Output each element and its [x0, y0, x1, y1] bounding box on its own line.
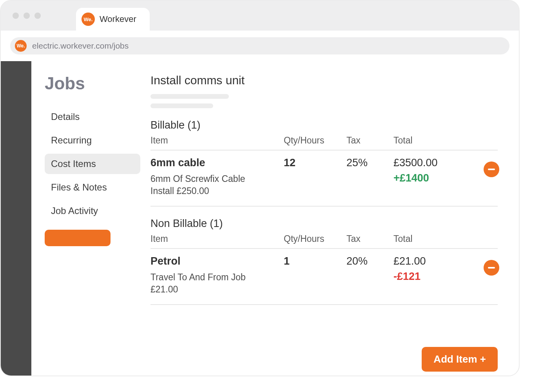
sidebar-action-button[interactable] — [45, 230, 111, 246]
table-header: Item Qty/Hours Tax Total — [150, 135, 498, 151]
add-item-button[interactable]: Add Item + — [422, 347, 498, 372]
item-desc: 6mm Of Screwfix Cable Install £250.00 — [150, 173, 268, 197]
billable-table: Item Qty/Hours Tax Total 6mm cable 6mm O… — [150, 135, 498, 207]
table-header: Item Qty/Hours Tax Total — [150, 234, 498, 249]
sidebar-item-files-notes[interactable]: Files & Notes — [45, 177, 140, 198]
sidebar: Jobs Details Recurring Cost Items Files … — [31, 61, 145, 376]
col-qty: Qty/Hours — [284, 234, 346, 244]
browser-tab-strip: We. Workever — [1, 1, 519, 31]
minus-icon — [488, 267, 495, 269]
col-item: Item — [150, 234, 284, 244]
sidebar-item-details[interactable]: Details — [45, 107, 140, 127]
item-qty: 12 — [284, 157, 346, 169]
col-total: Total — [393, 135, 464, 146]
skeleton-line — [150, 103, 213, 108]
sidebar-item-job-activity[interactable]: Job Activity — [45, 201, 140, 221]
item-total: £21.00 — [393, 255, 464, 267]
job-title: Install comms unit — [150, 74, 498, 87]
window-controls — [13, 13, 41, 19]
table-row: Petrol Travel To And From Job £21.00 1 2… — [150, 249, 498, 305]
tab-title: Workever — [100, 14, 136, 24]
brand-icon: We. — [15, 40, 27, 52]
non-billable-table: Item Qty/Hours Tax Total Petrol Travel T… — [150, 234, 498, 305]
url-text: electric.workever.com/jobs — [32, 41, 129, 51]
nav-rail — [1, 61, 31, 376]
main-content: Install comms unit Billable (1) Item Qty… — [145, 61, 519, 376]
remove-row-button[interactable] — [484, 260, 499, 276]
item-name: 6mm cable — [150, 157, 284, 169]
minus-icon — [488, 169, 495, 170]
url-row: We. electric.workever.com/jobs — [1, 31, 519, 61]
browser-tab[interactable]: We. Workever — [76, 8, 150, 31]
item-delta: +£1400 — [393, 172, 464, 184]
brand-icon: We. — [82, 13, 95, 26]
window-dot[interactable] — [13, 13, 19, 19]
skeleton-line — [150, 94, 229, 99]
sidebar-item-cost-items[interactable]: Cost Items — [45, 154, 140, 174]
item-delta: -£121 — [393, 270, 464, 283]
col-tax: Tax — [346, 234, 393, 244]
table-row: 6mm cable 6mm Of Screwfix Cable Install … — [150, 151, 498, 207]
remove-row-button[interactable] — [484, 162, 499, 177]
col-tax: Tax — [346, 135, 393, 146]
url-bar[interactable]: We. electric.workever.com/jobs — [10, 37, 509, 54]
window-dot[interactable] — [24, 13, 30, 19]
window-dot[interactable] — [34, 13, 41, 19]
page-title: Jobs — [45, 74, 140, 93]
section-title-non-billable: Non Billable (1) — [150, 218, 498, 230]
item-total: £3500.00 — [393, 157, 464, 169]
sidebar-item-recurring[interactable]: Recurring — [45, 130, 140, 151]
item-qty: 1 — [284, 255, 346, 267]
browser-window: We. Workever We. electric.workever.com/j… — [0, 0, 520, 376]
item-name: Petrol — [150, 255, 284, 267]
item-desc: Travel To And From Job £21.00 — [150, 271, 268, 296]
section-title-billable: Billable (1) — [150, 119, 498, 131]
col-qty: Qty/Hours — [284, 135, 346, 146]
item-tax: 25% — [346, 157, 393, 169]
app-body: Jobs Details Recurring Cost Items Files … — [1, 61, 519, 376]
col-item: Item — [150, 135, 284, 146]
col-total: Total — [393, 234, 464, 244]
item-tax: 20% — [346, 255, 393, 267]
